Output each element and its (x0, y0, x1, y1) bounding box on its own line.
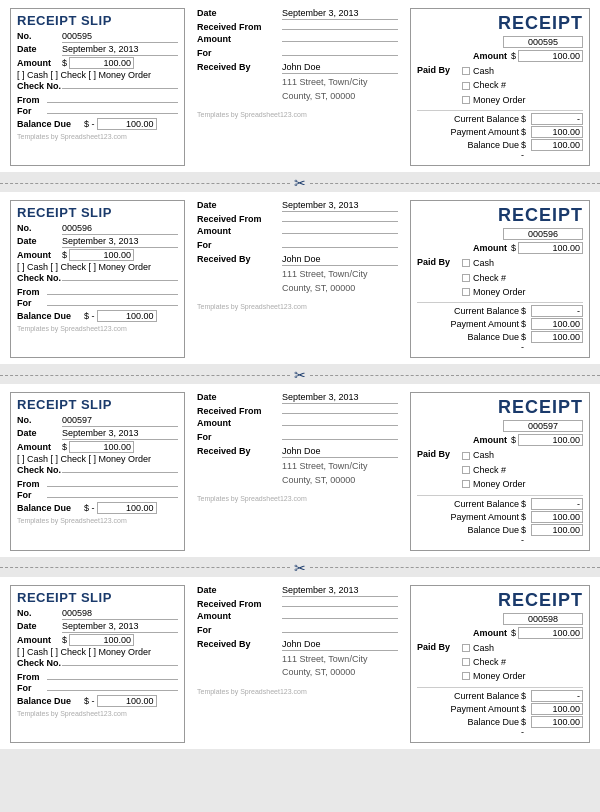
slip-from-label-3: From (17, 672, 47, 682)
receipt-block-3: RECEIPT SLIP No. 000598 Date September 3… (0, 577, 600, 749)
receipt-balance-section-2: Current Balance $ - Payment Amount $ 100… (417, 495, 583, 545)
current-balance-value-1: - (531, 305, 583, 317)
middle-amount-row-1: Amount (197, 226, 398, 236)
slip-amount-label-3: Amount (17, 635, 62, 645)
slip-section-1: RECEIPT SLIP No. 000596 Date September 3… (10, 200, 185, 358)
slip-check-value-0 (62, 87, 178, 89)
slip-check-row-3: Check No. (17, 658, 178, 668)
receipt-no-row-3: 000598 (417, 613, 583, 625)
slip-dollar-1: $ (62, 250, 67, 260)
slip-no-label-0: No. (17, 31, 62, 41)
paid-cash-option-2: Cash (462, 448, 526, 462)
middle-received-from-value-1 (282, 220, 398, 222)
middle-received-by-value-1: John Doe (282, 254, 398, 266)
slip-check-row-0: Check No. (17, 81, 178, 91)
receipt-no-box-2: 000597 (503, 420, 583, 432)
address-line2-0: County, ST, 00000 (282, 90, 398, 104)
slip-balance-row-0: Balance Due $ - 100.00 (17, 118, 178, 130)
slip-for-row-3: For (17, 683, 178, 693)
current-balance-label-2: Current Balance (417, 499, 519, 509)
paid-money-option-0: Money Order (462, 93, 526, 107)
address-line1-2: 111 Street, Town/City (282, 460, 398, 474)
receipt-amount-row-1: Amount $ 100.00 (417, 242, 583, 254)
receipt-balance-section-0: Current Balance $ - Payment Amount $ 100… (417, 110, 583, 160)
middle-section-3: Date September 3, 2013 Received From Amo… (193, 585, 402, 743)
paid-check-label-3: Check # (473, 655, 506, 669)
slip-for-label-1: For (17, 298, 47, 308)
check-checkbox-0 (462, 82, 470, 90)
middle-received-from-label-2: Received From (197, 406, 282, 416)
middle-amount-value-0 (282, 40, 398, 42)
middle-for-row-3: For (197, 625, 398, 635)
receipt-balance-value-1: 100.00 (531, 331, 583, 343)
slip-check-label-0: Check No. (17, 81, 62, 91)
receipt-amount-label-2: Amount (417, 435, 507, 445)
paid-check-label-1: Check # (473, 271, 506, 285)
slip-amount-box-3: 100.00 (69, 634, 134, 646)
slip-from-label-1: From (17, 287, 47, 297)
slip-no-value-2: 000597 (62, 415, 178, 427)
money-checkbox-1 (462, 288, 470, 296)
middle-for-value-1 (282, 246, 398, 248)
paid-check-option-2: Check # (462, 463, 526, 477)
receipt-section-0: RECEIPT 000595 Amount $ 100.00 Paid By C… (410, 8, 590, 166)
middle-templates-0: Templates by Spreadsheet123.com (197, 111, 398, 118)
middle-date-row-1: Date September 3, 2013 (197, 200, 398, 212)
slip-amount-box-1: 100.00 (69, 249, 134, 261)
slip-for-value-3 (47, 689, 178, 691)
receipt-paid-label-2: Paid By (417, 449, 462, 459)
current-balance-label-3: Current Balance (417, 691, 519, 701)
middle-amount-value-1 (282, 232, 398, 234)
middle-received-by-label-2: Received By (197, 446, 282, 456)
slip-amount-row-3: Amount $ 100.00 (17, 634, 178, 646)
middle-received-from-row-0: Received From (197, 22, 398, 32)
slip-for-label-3: For (17, 683, 47, 693)
paid-money-option-2: Money Order (462, 477, 526, 491)
slip-payment-row-1: [ ] Cash [ ] Check [ ] Money Order (17, 262, 178, 272)
slip-section-2: RECEIPT SLIP No. 000597 Date September 3… (10, 392, 185, 550)
middle-templates-1: Templates by Spreadsheet123.com (197, 303, 398, 310)
slip-section-0: RECEIPT SLIP No. 000595 Date September 3… (10, 8, 185, 166)
receipt-balance-section-3: Current Balance $ - Payment Amount $ 100… (417, 687, 583, 737)
cash-checkbox-0 (462, 67, 470, 75)
receipt-balance-due-label-1: Balance Due (417, 332, 519, 342)
slip-balance-dash-0: $ - (84, 119, 95, 129)
middle-for-row-2: For (197, 432, 398, 442)
paid-money-option-1: Money Order (462, 285, 526, 299)
middle-received-from-value-2 (282, 412, 398, 414)
paid-check-label-0: Check # (473, 78, 506, 92)
slip-amount-row-2: Amount $ 100.00 (17, 441, 178, 453)
middle-amount-label-0: Amount (197, 34, 282, 44)
receipt-paid-options-0: Cash Check # Money Order (462, 64, 526, 107)
receipt-balance-value-0: 100.00 (531, 139, 583, 151)
payment-amount-value-1: 100.00 (531, 318, 583, 330)
payment-amount-row-3: Payment Amount $ 100.00 (417, 703, 583, 715)
receipt-amount-row-0: Amount $ 100.00 (417, 50, 583, 62)
middle-received-by-row-0: Received By John Doe (197, 62, 398, 74)
scissors-icon-1: ✂ (294, 367, 306, 383)
receipt-balance-due-label-3: Balance Due (417, 717, 519, 727)
slip-balance-row-3: Balance Due $ - 100.00 (17, 695, 178, 707)
receipt-balance-due-label-2: Balance Due (417, 525, 519, 535)
receipt-no-row-1: 000596 (417, 228, 583, 240)
money-checkbox-3 (462, 672, 470, 680)
slip-balance-label-1: Balance Due (17, 311, 82, 321)
receipt-amount-row-3: Amount $ 100.00 (417, 627, 583, 639)
receipt-block-2: RECEIPT SLIP No. 000597 Date September 3… (0, 384, 600, 556)
middle-section-0: Date September 3, 2013 Received From Amo… (193, 8, 402, 166)
current-balance-label-1: Current Balance (417, 306, 519, 316)
middle-for-row-1: For (197, 240, 398, 250)
receipt-dollar-3: $ (511, 628, 516, 638)
slip-no-value-1: 000596 (62, 223, 178, 235)
middle-date-row-2: Date September 3, 2013 (197, 392, 398, 404)
slip-templates-0: Templates by Spreadsheet123.com (17, 133, 178, 140)
middle-received-from-label-1: Received From (197, 214, 282, 224)
payment-amount-label-0: Payment Amount (417, 127, 519, 137)
receipt-paid-by-0: Paid By Cash Check # Money Order (417, 64, 583, 107)
middle-date-label-0: Date (197, 8, 282, 18)
slip-date-value-1: September 3, 2013 (62, 236, 178, 248)
slip-date-row-0: Date September 3, 2013 (17, 44, 178, 56)
middle-received-from-label-3: Received From (197, 599, 282, 609)
slip-amount-label-0: Amount (17, 58, 62, 68)
middle-received-by-label-1: Received By (197, 254, 282, 264)
